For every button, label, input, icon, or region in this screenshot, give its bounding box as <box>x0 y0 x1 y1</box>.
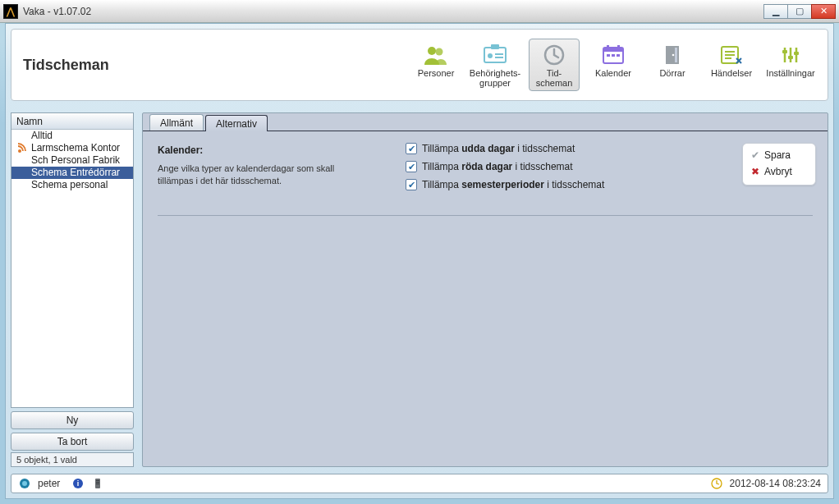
toolbar-label: Dörrar <box>659 69 685 79</box>
list-item[interactable]: Schema personal <box>11 179 133 191</box>
svg-rect-12 <box>607 54 610 57</box>
sliders-icon <box>777 43 805 67</box>
checkbox[interactable]: ✔ <box>406 179 417 190</box>
calendar-icon <box>599 43 627 67</box>
datetime-label: 2012-08-14 08:23:24 <box>730 478 821 489</box>
save-label: Spara <box>764 149 791 161</box>
toolbar-label: Tid- scheman <box>536 69 573 88</box>
divider <box>158 215 813 216</box>
checkbox[interactable]: ✔ <box>406 143 417 154</box>
svg-point-1 <box>436 48 443 56</box>
user-label: peter <box>38 478 60 489</box>
maximize-button[interactable]: ▢ <box>787 4 812 19</box>
list-item[interactable]: Larmschema Kontor <box>11 142 133 154</box>
toolbar-label: Behörighets- grupper <box>470 69 520 88</box>
user-icon <box>18 477 31 490</box>
tab-label: Alternativ <box>216 118 257 130</box>
toolbar: Tidscheman PersonerBehörighets- grupperT… <box>11 29 828 101</box>
remove-button[interactable]: Ta bort <box>11 433 134 451</box>
cross-icon: ✖ <box>751 166 759 177</box>
checkbox-row: ✔Tillämpa semesterperioder i tidsschemat <box>406 179 604 190</box>
info-icon[interactable]: i <box>71 477 85 490</box>
list-item[interactable]: Sch Personal Fabrik <box>11 154 133 167</box>
window-title: Vaka - v1.07.02 <box>23 6 91 17</box>
list-header: Namn <box>11 113 133 130</box>
check-icon: ✔ <box>751 149 759 161</box>
checkbox-label: Tillämpa semesterperioder i tidsschemat <box>422 179 604 190</box>
svg-rect-21 <box>788 56 793 59</box>
toolbar-label: Kalender <box>595 69 631 79</box>
tab-label: Allmänt <box>160 117 193 129</box>
toolbar-calendar[interactable]: Kalender <box>588 39 639 81</box>
statusbar: peter i 2012-08-14 08:23:24 <box>11 474 828 493</box>
action-box: ✔ Spara ✖ Avbryt <box>742 143 816 186</box>
list-item-label: Larmschema Kontor <box>31 142 120 153</box>
titlebar: ⋀ Vaka - v1.07.02 ▁ ▢ ✕ <box>0 0 839 23</box>
list-item[interactable]: Schema Entrédörrar <box>11 167 133 179</box>
checkbox-label: Tillämpa röda dagar i tidsschemat <box>422 161 573 172</box>
svg-point-24 <box>22 481 27 486</box>
workspace: Namn AlltidLarmschema KontorSch Personal… <box>11 112 828 474</box>
svg-rect-22 <box>794 52 799 55</box>
svg-rect-28 <box>96 480 99 481</box>
svg-rect-29 <box>96 482 99 483</box>
page-title: Tidscheman <box>23 57 109 74</box>
id-card-icon <box>481 43 509 67</box>
svg-rect-20 <box>782 50 787 53</box>
door-icon <box>658 43 686 67</box>
close-button[interactable]: ✕ <box>811 4 836 19</box>
cancel-button[interactable]: ✖ Avbryt <box>751 163 804 180</box>
app-icon: ⋀ <box>3 4 18 19</box>
list-box: Namn AlltidLarmschema KontorSch Personal… <box>11 112 134 408</box>
svg-rect-9 <box>603 48 623 52</box>
clock-icon <box>710 477 723 490</box>
toolbar-clock[interactable]: Tid- scheman <box>529 39 580 90</box>
tab-allmänt[interactable]: Allmänt <box>149 114 204 131</box>
clock-icon <box>540 43 568 67</box>
checkbox[interactable]: ✔ <box>406 161 417 172</box>
sidebar: Namn AlltidLarmschema KontorSch Personal… <box>11 112 134 467</box>
cancel-label: Avbryt <box>764 166 792 177</box>
svg-rect-3 <box>491 44 499 49</box>
toolbar-sliders[interactable]: Inställningar <box>765 39 816 81</box>
list-item-label: Alltid <box>31 130 53 141</box>
section-description: Ange vilka typer av kalenderdagar som sk… <box>158 163 371 187</box>
toolbar-label: Inställningar <box>766 69 814 79</box>
svg-text:i: i <box>77 479 80 488</box>
svg-rect-11 <box>617 45 620 50</box>
list-item[interactable]: Alltid <box>11 130 133 142</box>
people-icon <box>422 43 450 67</box>
main-panel: AllmäntAlternativ Kalender: Ange vilka t… <box>142 112 828 467</box>
toolbar-door[interactable]: Dörrar <box>647 39 698 81</box>
svg-point-18 <box>672 54 675 57</box>
save-button[interactable]: ✔ Spara <box>751 147 804 163</box>
toolbar-label: Händelser <box>711 69 752 79</box>
toolbar-id-card[interactable]: Behörighets- grupper <box>470 39 520 90</box>
svg-rect-5 <box>495 53 503 55</box>
list-status: 5 objekt, 1 vald <box>11 452 134 467</box>
list-item-label: Sch Personal Fabrik <box>31 154 120 166</box>
device-icon[interactable] <box>91 477 104 490</box>
toolbar-label: Personer <box>418 69 455 79</box>
toolbar-people[interactable]: Personer <box>410 39 461 81</box>
svg-point-0 <box>428 47 436 55</box>
tabs: AllmäntAlternativ <box>143 113 828 131</box>
toolbar-events[interactable]: Händelser <box>706 39 757 81</box>
events-icon <box>718 43 745 67</box>
window-controls: ▁ ▢ ✕ <box>764 4 836 19</box>
new-button[interactable]: Ny <box>11 411 134 429</box>
rss-icon <box>16 143 26 154</box>
checkbox-row: ✔Tillämpa udda dagar i tidsschemat <box>406 143 604 154</box>
list-item-label: Schema personal <box>31 179 108 190</box>
svg-rect-10 <box>607 45 609 50</box>
tab-body: Kalender: Ange vilka typer av kalenderda… <box>143 131 828 466</box>
minimize-button[interactable]: ▁ <box>763 4 788 19</box>
svg-rect-6 <box>495 57 503 58</box>
svg-rect-14 <box>617 54 620 57</box>
app-frame: Tidscheman PersonerBehörighets- grupperT… <box>5 23 834 499</box>
checkbox-row: ✔Tillämpa röda dagar i tidsschemat <box>406 161 604 172</box>
svg-rect-13 <box>612 54 615 57</box>
svg-point-4 <box>488 53 493 58</box>
svg-rect-30 <box>96 483 99 484</box>
tab-alternativ[interactable]: Alternativ <box>205 115 268 131</box>
